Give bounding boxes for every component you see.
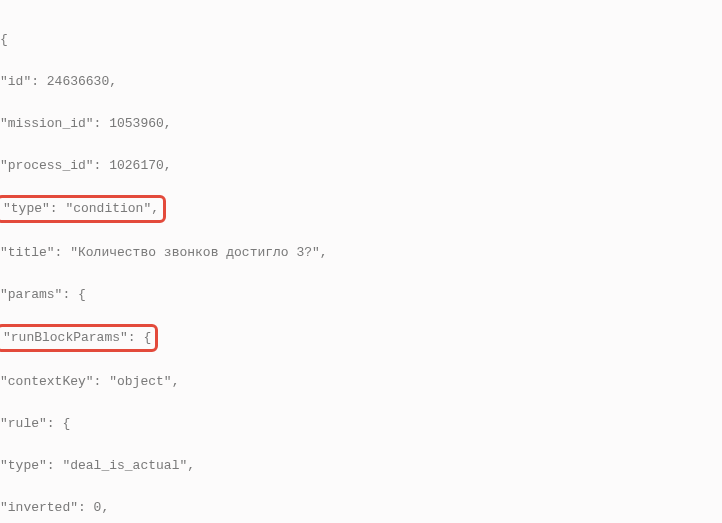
- prop-runblockparams-line: "runBlockParams": {: [0, 326, 722, 350]
- prop-type-line: "type": "condition",: [0, 197, 722, 221]
- highlight-runblockparams: "runBlockParams": {: [0, 324, 158, 352]
- brace-open: {: [0, 29, 722, 50]
- prop-rule-type: "type": "deal_is_actual",: [0, 455, 722, 476]
- prop-inverted: "inverted": 0,: [0, 497, 722, 518]
- highlight-type-condition: "type": "condition",: [0, 195, 166, 223]
- prop-id: "id": 24636630,: [0, 71, 722, 92]
- prop-rule-open: "rule": {: [0, 413, 722, 434]
- prop-params-open: "params": {: [0, 284, 722, 305]
- prop-mission-id: "mission_id": 1053960,: [0, 113, 722, 134]
- prop-process-id: "process_id": 1026170,: [0, 155, 722, 176]
- prop-title: "title": "Количество звонков достигло 3?…: [0, 242, 722, 263]
- prop-contextkey: "contextKey": "object",: [0, 371, 722, 392]
- json-code-block: { "id": 24636630, "mission_id": 1053960,…: [0, 0, 722, 523]
